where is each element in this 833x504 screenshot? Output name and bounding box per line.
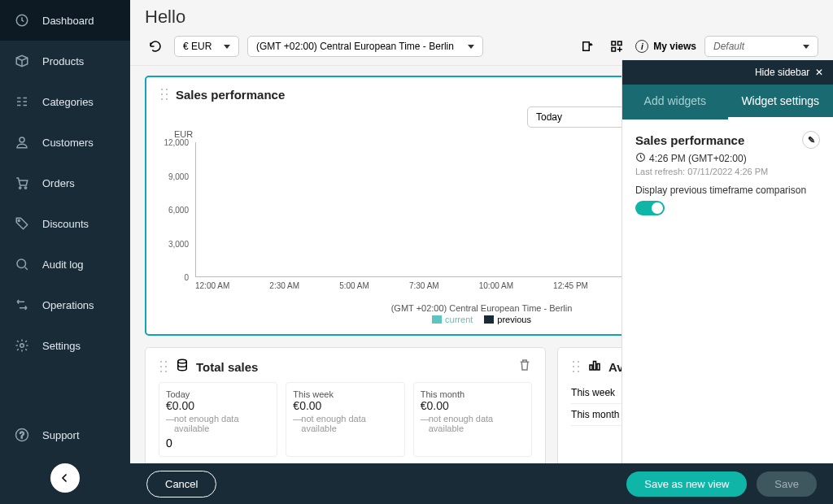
drag-handle-icon[interactable] bbox=[159, 359, 168, 374]
svg-point-2 bbox=[20, 187, 21, 189]
my-views-label-group: i My views bbox=[635, 40, 696, 53]
sidebar-item-support[interactable]: ? Support bbox=[0, 415, 130, 455]
edit-widget-title-button[interactable]: ✎ bbox=[802, 131, 820, 149]
timezone-select[interactable]: (GMT +02:00) Central European Time - Ber… bbox=[247, 36, 483, 57]
sidebar-item-label: Orders bbox=[42, 177, 75, 189]
page-title: Hello bbox=[145, 7, 818, 28]
my-views-label: My views bbox=[653, 41, 696, 52]
timezone-value: (GMT +02:00) Central European Time - Ber… bbox=[256, 41, 454, 52]
last-refresh-text: Last refresh: 07/11/2022 4:26 PM bbox=[635, 167, 820, 176]
sidebar-item-auditlog[interactable]: Audit log bbox=[0, 244, 130, 285]
sidebar-item-label: Categories bbox=[42, 96, 94, 108]
svg-rect-13 bbox=[590, 365, 592, 370]
panel-body: Sales performance ✎ 4:26 PM (GMT+02:00) … bbox=[622, 119, 833, 227]
sidebar-item-operations[interactable]: Operations bbox=[0, 285, 130, 325]
chevron-down-icon bbox=[468, 45, 474, 49]
tab-widget-settings[interactable]: Widget settings bbox=[728, 85, 834, 119]
auditlog-icon bbox=[13, 255, 31, 273]
chevron-down-icon bbox=[803, 45, 809, 49]
tab-add-widgets[interactable]: Add widgets bbox=[622, 85, 728, 119]
orders-icon bbox=[13, 174, 31, 192]
currency-value: € EUR bbox=[183, 41, 212, 52]
hide-sidebar-button[interactable]: Hide sidebar ✕ bbox=[622, 60, 833, 85]
customers-icon bbox=[13, 133, 31, 151]
comparison-toggle[interactable] bbox=[635, 201, 665, 215]
svg-point-12 bbox=[178, 359, 187, 363]
period-value: Today bbox=[536, 111, 562, 123]
categories-icon bbox=[13, 93, 31, 111]
bottom-bar: Cancel Save as new view Save bbox=[130, 463, 833, 504]
card-title: Total sales bbox=[196, 360, 258, 374]
svg-point-4 bbox=[18, 219, 20, 221]
svg-point-3 bbox=[24, 187, 26, 189]
back-button[interactable] bbox=[50, 463, 80, 493]
sidebar-item-label: Discounts bbox=[42, 218, 89, 230]
svg-rect-9 bbox=[612, 41, 616, 46]
export-button[interactable] bbox=[577, 36, 598, 57]
view-select[interactable]: Default bbox=[704, 36, 818, 57]
chart-yaxis: 12,0009,0006,0003,0000 bbox=[159, 142, 192, 277]
svg-point-1 bbox=[20, 137, 24, 142]
widget-time: 4:26 PM (GMT+02:00) bbox=[649, 153, 747, 164]
clock-icon bbox=[635, 152, 646, 165]
sidebar-item-label: Dashboard bbox=[42, 15, 94, 27]
svg-point-5 bbox=[17, 259, 26, 268]
sidebar-item-dashboard[interactable]: Dashboard bbox=[0, 0, 130, 41]
save-button[interactable]: Save bbox=[757, 471, 817, 497]
sidebar-item-customers[interactable]: Customers bbox=[0, 122, 130, 163]
chevron-down-icon bbox=[224, 45, 230, 49]
support-icon: ? bbox=[13, 426, 31, 444]
currency-select[interactable]: € EUR bbox=[174, 36, 239, 57]
sidebar-item-label: Operations bbox=[42, 299, 94, 311]
cancel-button[interactable]: Cancel bbox=[146, 471, 216, 497]
discounts-icon bbox=[13, 215, 31, 232]
legend-previous: previous bbox=[497, 315, 531, 324]
sidebar-item-settings[interactable]: Settings bbox=[0, 325, 130, 366]
sidebar-item-label: Support bbox=[42, 429, 80, 441]
bar-chart-icon bbox=[587, 358, 602, 376]
save-as-new-view-button[interactable]: Save as new view bbox=[626, 471, 747, 497]
drag-handle-icon[interactable] bbox=[159, 87, 169, 102]
sidebar-item-label: Settings bbox=[42, 340, 81, 352]
sidebar-item-discounts[interactable]: Discounts bbox=[0, 203, 130, 244]
widget-settings-title: Sales performance bbox=[635, 133, 744, 147]
refresh-button[interactable] bbox=[145, 36, 166, 57]
svg-rect-15 bbox=[597, 364, 600, 371]
sidebar-item-label: Products bbox=[42, 55, 84, 67]
sidebar-item-products[interactable]: Products bbox=[0, 41, 130, 81]
add-widget-button[interactable] bbox=[606, 36, 627, 57]
total-sales-columns: Today€0.00not enough data available0This… bbox=[159, 382, 532, 457]
sidebar-item-orders[interactable]: Orders bbox=[0, 163, 130, 203]
view-value: Default bbox=[713, 41, 744, 52]
info-icon[interactable]: i bbox=[635, 40, 648, 53]
settings-icon bbox=[13, 337, 31, 354]
dashboard-icon bbox=[13, 11, 31, 29]
products-icon bbox=[13, 52, 31, 70]
drag-handle-icon[interactable] bbox=[571, 359, 581, 374]
svg-rect-10 bbox=[618, 41, 622, 46]
comparison-toggle-label: Display previous timeframe comparison bbox=[635, 185, 820, 196]
svg-rect-14 bbox=[594, 362, 596, 371]
total-sales-icon bbox=[175, 358, 190, 376]
sidebar-item-label: Customers bbox=[42, 137, 94, 149]
legend-current: current bbox=[445, 315, 473, 324]
total-sales-card: Total sales Today€0.00not enough data av… bbox=[145, 347, 546, 467]
svg-point-6 bbox=[20, 344, 24, 348]
panel-tabs: Add widgets Widget settings bbox=[622, 85, 833, 119]
svg-rect-11 bbox=[612, 48, 616, 52]
card-title: Sales performance bbox=[176, 88, 285, 102]
svg-text:?: ? bbox=[20, 430, 24, 440]
right-panel: Hide sidebar ✕ Add widgets Widget settin… bbox=[621, 60, 833, 463]
sidebar-item-categories[interactable]: Categories bbox=[0, 81, 130, 122]
sidebar: Dashboard Products Categories Customers … bbox=[0, 0, 130, 504]
delete-widget-button[interactable] bbox=[517, 358, 532, 376]
sidebar-item-label: Audit log bbox=[42, 259, 84, 271]
operations-icon bbox=[13, 296, 31, 314]
header: Hello bbox=[130, 0, 833, 28]
